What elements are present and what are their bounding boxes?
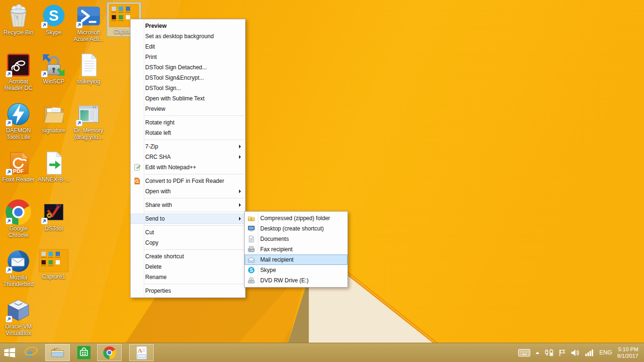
desktop-icon-capture1[interactable]: Capture1	[36, 247, 71, 282]
volume-icon[interactable]	[571, 349, 580, 357]
action-center-flag-icon[interactable]	[559, 349, 566, 357]
menu-item-delete[interactable]: Delete	[131, 262, 245, 272]
menu-item-dstool-sign[interactable]: DSTool Sign...	[131, 83, 245, 93]
menu-item-open-with-sublime-text[interactable]: Open with Sublime Text	[131, 93, 245, 104]
menu-item-edit-with-notepad[interactable]: Edit with Notepad++	[131, 162, 245, 173]
menu-item-compressed-zipped-folder[interactable]: Compressed (zipped) folder	[245, 213, 347, 223]
menu-item-label: Skype	[260, 267, 276, 273]
taskbar-button-file-explorer[interactable]	[45, 344, 70, 361]
menu-item-label: CRC SHA	[145, 154, 171, 160]
menu-item-7-zip[interactable]: 7-Zip	[131, 141, 245, 152]
desktop-icon-sslkeylog[interactable]: sslkeylog	[71, 51, 106, 87]
menu-item-skype[interactable]: SSkype	[245, 265, 347, 275]
desktop-icon-dstool[interactable]: DSTool	[36, 198, 71, 234]
acrobat-icon	[6, 52, 31, 78]
svg-text:S: S	[250, 268, 253, 273]
send-to-submenu: Compressed (zipped) folderDesktop (creat…	[244, 211, 348, 288]
menu-item-label: DSTool Sign...	[145, 85, 181, 91]
submenu-icon-gutter-line	[258, 212, 258, 287]
menu-item-preview[interactable]: Preview	[131, 21, 245, 31]
menu-item-open-with[interactable]: Open with	[131, 186, 245, 197]
taskbar-button-internet-explorer[interactable]: e	[24, 343, 39, 362]
hidden-icons-chevron-icon[interactable]	[536, 352, 539, 354]
desktop-icon-label: Capture1	[37, 273, 71, 280]
mail-icon	[248, 256, 255, 263]
shortcut-arrow-icon	[6, 218, 12, 224]
desktop-icon-label: Oracle VM VirtualBox	[1, 323, 35, 337]
context-menu: PreviewSet as desktop backgroundEditPrin…	[130, 19, 246, 298]
menu-item-label: Preview	[145, 106, 165, 112]
submenu-arrow-icon	[239, 155, 241, 159]
menu-item-crc-sha[interactable]: CRC SHA	[131, 152, 245, 162]
shortcut-arrow-icon	[41, 71, 48, 77]
desktop-icon-label: Mozilla Thunderbird	[1, 274, 35, 288]
taskbar-buttons: eA	[0, 343, 154, 362]
desktop-monitor-icon	[248, 225, 255, 232]
desktop-icon-dr-memory-drag-you[interactable]: Dr. Memory (drag you...	[71, 100, 106, 142]
menu-item-preview[interactable]: Preview	[131, 104, 245, 114]
menu-separator	[144, 198, 244, 198]
desktop-icon-skype[interactable]: SSkype	[36, 2, 71, 38]
desktop-icon-oracle-vm-virtualbox[interactable]: Oracle VM VirtualBox	[1, 296, 36, 338]
desktop-icon-foxit-reader[interactable]: PDFFoxit Reader	[1, 149, 36, 185]
chrome-icon	[6, 199, 31, 225]
menu-item-create-shortcut[interactable]: Create shortcut	[131, 251, 245, 262]
menu-item-dstool-sign-detached[interactable]: DSTool Sign Detached...	[131, 62, 245, 73]
desktop-icon-daemon-tools-lite[interactable]: DAEMON Tools Lite	[1, 100, 36, 142]
shortcut-arrow-icon	[76, 22, 83, 28]
azure-powershell-icon	[76, 3, 101, 29]
menu-item-dstool-sign-encrypt[interactable]: DSTool Sign&Encrypt...	[131, 73, 245, 83]
desktop-icon-label: Dr. Memory (drag you...	[72, 127, 106, 140]
menu-item-rotate-right[interactable]: Rotate right	[131, 117, 245, 128]
clock-date: 8/1/2017	[617, 353, 638, 359]
taskbar-clock[interactable]: 5:10 PM 8/1/2017	[617, 346, 638, 359]
menu-item-mail-recipient[interactable]: Mail recipient	[245, 255, 347, 265]
taskbar-button-windows-store[interactable]	[77, 343, 91, 362]
menu-item-cut[interactable]: Cut	[131, 227, 245, 238]
network-icon[interactable]	[585, 349, 594, 356]
taskbar-button-start[interactable]	[3, 343, 16, 362]
taskbar-button-google-chrome[interactable]	[97, 344, 122, 361]
submenu-arrow-icon	[239, 189, 241, 193]
menu-item-rotate-left[interactable]: Rotate left	[131, 128, 245, 138]
desktop-icon-google-chrome[interactable]: Google Chrome	[1, 198, 36, 240]
desktop-icon-microsoft-azure-acti[interactable]: Microsoft Azure Acti...	[71, 2, 106, 44]
desktop-icon-mozilla-thunderbird[interactable]: Mozilla Thunderbird	[1, 247, 36, 289]
menu-item-dvd-rw-drive-e[interactable]: DVD RW Drive (E:)	[245, 275, 347, 286]
menu-item-desktop-create-shortcut[interactable]: Desktop (create shortcut)	[245, 223, 347, 234]
menu-item-edit[interactable]: Edit	[131, 41, 245, 52]
shortcut-arrow-icon	[41, 22, 48, 28]
menu-item-documents[interactable]: Documents	[245, 234, 347, 244]
taskbar-button-wordpad[interactable]: A	[129, 344, 154, 361]
power-icon[interactable]	[545, 348, 553, 357]
menu-item-label: DSTool Sign Detached...	[145, 64, 207, 71]
menu-item-print[interactable]: Print	[131, 52, 245, 62]
desktop-icon-label: DSTool	[37, 225, 71, 232]
menu-item-fax-recipient[interactable]: Fax recipient	[245, 244, 347, 255]
touch-keyboard-icon[interactable]	[518, 349, 530, 357]
menu-item-properties[interactable]: Properties	[131, 286, 245, 296]
desktop-icon-acrobat-reader-dc[interactable]: Acrobat Reader DC	[1, 51, 36, 93]
menu-item-label: Documents	[260, 236, 289, 242]
menu-item-copy[interactable]: Copy	[131, 238, 245, 248]
desktop-icon-recycle-bin[interactable]: Recycle Bin	[1, 2, 36, 38]
menu-item-share-with[interactable]: Share with	[131, 200, 245, 210]
menu-item-send-to[interactable]: Send to	[131, 214, 245, 224]
menu-item-set-as-desktop-background[interactable]: Set as desktop background	[131, 31, 245, 41]
document-icon	[248, 235, 255, 243]
menu-item-label: DVD RW Drive (E:)	[260, 277, 308, 284]
menu-item-label: Fax recipient	[260, 246, 293, 253]
menu-item-convert-to-pdf-in-foxit-reader[interactable]: Convert to PDF in Foxit Reader	[131, 176, 245, 186]
desktop-icon-signature[interactable]: signature	[36, 100, 71, 136]
menu-item-label: Delete	[145, 263, 162, 270]
menu-separator	[144, 225, 244, 226]
menu-item-rename[interactable]: Rename	[131, 272, 245, 282]
desktop-icon-winscp[interactable]: WinSCP	[36, 51, 71, 87]
language-indicator[interactable]: ENG	[599, 349, 612, 356]
desktop-icon-label: Microsoft Azure Acti...	[72, 29, 106, 42]
desktop-icon-annex-b[interactable]: ANNEX-B-...	[36, 149, 71, 185]
text-doc-icon	[76, 52, 101, 78]
desktop-icon-label: ANNEX-B-...	[37, 176, 71, 183]
menu-item-label: Create shortcut	[145, 253, 184, 260]
doc-arrow-icon	[41, 150, 66, 176]
